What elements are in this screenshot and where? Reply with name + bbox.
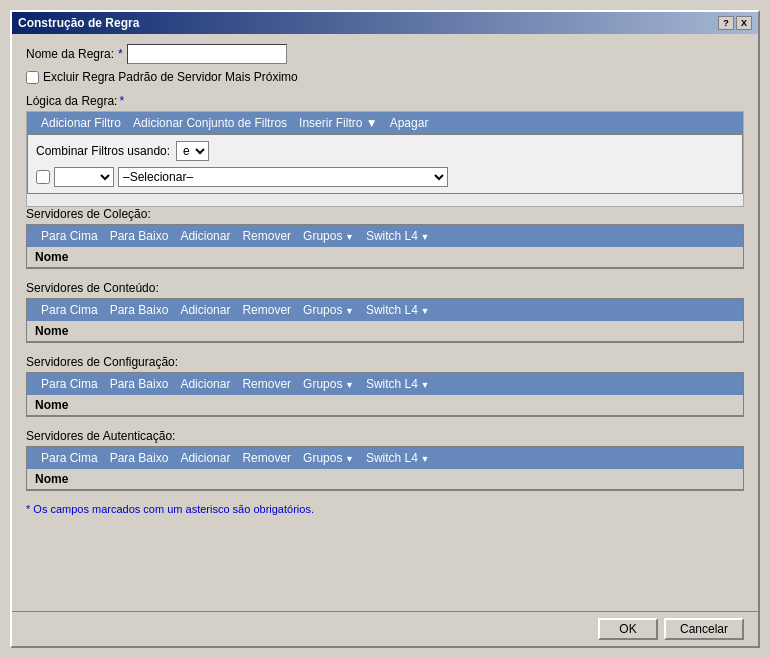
filter-row: –Selecionar–: [36, 167, 734, 187]
conteudo-col-nome: Nome: [27, 321, 743, 342]
excluir-row: Excluir Regra Padrão de Servidor Mais Pr…: [26, 70, 744, 84]
nome-required-star: *: [118, 47, 123, 61]
apagar-btn[interactable]: Apagar: [384, 115, 435, 131]
inserir-arrow-icon: ▼: [366, 116, 378, 130]
autenticacao-toolbar: Para Cima Para Baixo Adicionar Remover G…: [27, 447, 743, 469]
dialog-footer: OK Cancelar: [12, 611, 758, 646]
nome-regra-row: Nome da Regra: *: [26, 44, 744, 64]
configuracao-switch-btn[interactable]: Switch L4: [360, 376, 435, 392]
servidores-conteudo-label: Servidores de Conteúdo:: [26, 281, 744, 295]
logica-label: Lógica da Regra:: [26, 94, 117, 108]
logica-section-box: Adicionar Filtro Adicionar Conjunto de F…: [26, 111, 744, 207]
autenticacao-para-baixo-btn[interactable]: Para Baixo: [104, 450, 175, 466]
excluir-label: Excluir Regra Padrão de Servidor Mais Pr…: [43, 70, 298, 84]
conteudo-para-cima-btn[interactable]: Para Cima: [35, 302, 104, 318]
titlebar: Construção de Regra ? X: [12, 12, 758, 34]
adicionar-filtro-btn[interactable]: Adicionar Filtro: [35, 115, 127, 131]
servidores-configuracao-table: Para Cima Para Baixo Adicionar Remover G…: [26, 372, 744, 417]
inserir-filtro-btn[interactable]: Inserir Filtro ▼: [293, 115, 384, 131]
configuracao-col-nome: Nome: [27, 395, 743, 416]
filter-value-select[interactable]: –Selecionar–: [118, 167, 448, 187]
dialog-title: Construção de Regra: [18, 16, 139, 30]
autenticacao-switch-btn[interactable]: Switch L4: [360, 450, 435, 466]
configuracao-remover-btn[interactable]: Remover: [236, 376, 297, 392]
conteudo-grupos-btn[interactable]: Grupos: [297, 302, 360, 318]
combine-select[interactable]: e: [176, 141, 209, 161]
adicionar-conjunto-btn[interactable]: Adicionar Conjunto de Filtros: [127, 115, 293, 131]
conteudo-remover-btn[interactable]: Remover: [236, 302, 297, 318]
filter-toolbar: Adicionar Filtro Adicionar Conjunto de F…: [27, 112, 743, 134]
configuracao-toolbar: Para Cima Para Baixo Adicionar Remover G…: [27, 373, 743, 395]
close-button[interactable]: X: [736, 16, 752, 30]
configuracao-para-cima-btn[interactable]: Para Cima: [35, 376, 104, 392]
filter-body: Combinar Filtros usando: e –Selecionar–: [27, 134, 743, 194]
conteudo-adicionar-btn[interactable]: Adicionar: [174, 302, 236, 318]
servidores-configuracao-section: Servidores de Configuração: Para Cima Pa…: [26, 355, 744, 417]
colecao-remover-btn[interactable]: Remover: [236, 228, 297, 244]
dialog-window: Construção de Regra ? X Nome da Regra: *…: [10, 10, 760, 648]
colecao-toolbar: Para Cima Para Baixo Adicionar Remover G…: [27, 225, 743, 247]
autenticacao-remover-btn[interactable]: Remover: [236, 450, 297, 466]
nome-regra-input[interactable]: [127, 44, 287, 64]
nome-regra-label: Nome da Regra:: [26, 47, 114, 61]
dialog-content: Nome da Regra: * Excluir Regra Padrão de…: [12, 34, 758, 611]
autenticacao-col-nome: Nome: [27, 469, 743, 490]
autenticacao-grupos-btn[interactable]: Grupos: [297, 450, 360, 466]
excluir-checkbox[interactable]: [26, 71, 39, 84]
servidores-colecao-table: Para Cima Para Baixo Adicionar Remover G…: [26, 224, 744, 269]
colecao-col-nome: Nome: [27, 247, 743, 268]
configuracao-grupos-btn[interactable]: Grupos: [297, 376, 360, 392]
configuracao-para-baixo-btn[interactable]: Para Baixo: [104, 376, 175, 392]
ok-button[interactable]: OK: [598, 618, 658, 640]
servidores-autenticacao-section: Servidores de Autenticação: Para Cima Pa…: [26, 429, 744, 491]
help-button[interactable]: ?: [718, 16, 734, 30]
servidores-configuracao-label: Servidores de Configuração:: [26, 355, 744, 369]
combine-row: Combinar Filtros usando: e: [36, 141, 734, 161]
logica-label-row: Lógica da Regra: *: [26, 94, 744, 108]
conteudo-para-baixo-btn[interactable]: Para Baixo: [104, 302, 175, 318]
autenticacao-para-cima-btn[interactable]: Para Cima: [35, 450, 104, 466]
colecao-para-baixo-btn[interactable]: Para Baixo: [104, 228, 175, 244]
cancelar-button[interactable]: Cancelar: [664, 618, 744, 640]
footnote: * Os campos marcados com um asterisco sã…: [26, 503, 744, 515]
servidores-colecao-label: Servidores de Coleção:: [26, 207, 744, 221]
logica-required-star: *: [119, 94, 124, 108]
servidores-autenticacao-label: Servidores de Autenticação:: [26, 429, 744, 443]
colecao-switch-btn[interactable]: Switch L4: [360, 228, 435, 244]
combine-label: Combinar Filtros usando:: [36, 144, 170, 158]
filter-row-checkbox[interactable]: [36, 170, 50, 184]
configuracao-adicionar-btn[interactable]: Adicionar: [174, 376, 236, 392]
conteudo-toolbar: Para Cima Para Baixo Adicionar Remover G…: [27, 299, 743, 321]
filter-type-select[interactable]: [54, 167, 114, 187]
colecao-para-cima-btn[interactable]: Para Cima: [35, 228, 104, 244]
colecao-grupos-btn[interactable]: Grupos: [297, 228, 360, 244]
titlebar-buttons: ? X: [718, 16, 752, 30]
servidores-colecao-section: Servidores de Coleção: Para Cima Para Ba…: [26, 207, 744, 269]
colecao-adicionar-btn[interactable]: Adicionar: [174, 228, 236, 244]
servidores-autenticacao-table: Para Cima Para Baixo Adicionar Remover G…: [26, 446, 744, 491]
autenticacao-adicionar-btn[interactable]: Adicionar: [174, 450, 236, 466]
servidores-conteudo-table: Para Cima Para Baixo Adicionar Remover G…: [26, 298, 744, 343]
conteudo-switch-btn[interactable]: Switch L4: [360, 302, 435, 318]
servidores-conteudo-section: Servidores de Conteúdo: Para Cima Para B…: [26, 281, 744, 343]
